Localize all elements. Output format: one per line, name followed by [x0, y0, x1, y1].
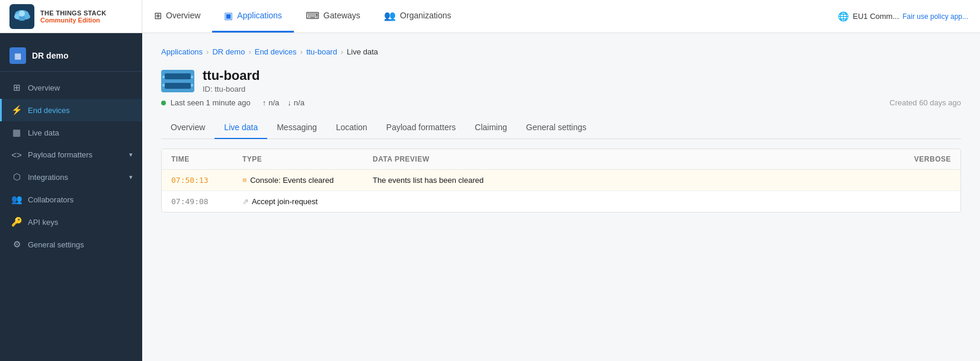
main-content: Applications › DR demo › End devices › t… [142, 33, 980, 361]
sidebar-item-payload-formatters[interactable]: <> Payload formatters ▾ [0, 144, 142, 166]
tab-location[interactable]: Location [326, 117, 377, 139]
svg-rect-10 [162, 84, 165, 86]
sidebar: ▦ DR demo ⊞ Overview ⚡ End devices ▦ Liv… [0, 33, 142, 361]
col-type: Type [242, 155, 373, 163]
breadcrumb-ttu-board[interactable]: ttu-board [306, 47, 337, 56]
sidebar-item-live-data[interactable]: ▦ Live data [0, 121, 142, 144]
device-chip-icon [161, 70, 194, 92]
payload-expand-icon: ▾ [129, 151, 133, 159]
policy-link[interactable]: Fair use policy app... [902, 12, 968, 21]
ttn-logo-icon [9, 4, 34, 29]
nav-overview[interactable]: ⊞ Overview [142, 0, 212, 33]
col-verbose: Verbose [914, 155, 951, 163]
integrations-expand-icon: ▾ [129, 173, 133, 181]
downlink-stat: ↓ n/a [287, 98, 305, 107]
svg-rect-6 [161, 70, 194, 92]
warn-icon: ≡ [242, 176, 247, 185]
link-icon: ⇗ [242, 197, 249, 206]
device-meta: Last seen 1 minute ago ↑ n/a ↓ n/a Creat… [161, 98, 961, 107]
breadcrumb-sep-2: › [248, 47, 251, 56]
collaborators-icon: 👥 [11, 194, 22, 205]
breadcrumb-sep-4: › [341, 47, 343, 56]
sidebar-item-collaborators-label: Collaborators [28, 195, 73, 204]
online-dot [161, 101, 166, 105]
brand-name: THE THINGS STACK [40, 9, 107, 17]
breadcrumb-sep-3: › [300, 47, 303, 56]
sidebar-item-payload-label: Payload formatters [28, 150, 92, 159]
tab-payload-formatters[interactable]: Payload formatters [377, 117, 466, 139]
app-icon: ▦ [9, 47, 26, 64]
sidebar-app-header: ▦ DR demo [0, 40, 142, 72]
row1-time: 07:50:13 [171, 176, 242, 185]
tab-general-settings[interactable]: General settings [517, 117, 596, 139]
breadcrumb-dr-demo[interactable]: DR demo [212, 47, 245, 56]
globe-icon: 🌐 [838, 11, 849, 22]
updown-stats: ↑ n/a ↓ n/a [262, 98, 305, 107]
nav-applications[interactable]: ▣ Applications [212, 0, 294, 33]
last-seen-text: Last seen 1 minute ago [171, 98, 251, 107]
logo-area: THE THINGS STACK Community Edition [0, 0, 142, 33]
svg-rect-4 [19, 16, 25, 21]
table-row: 07:49:08 ⇗ Accept join-request [162, 191, 960, 212]
breadcrumb-current: Live data [347, 47, 378, 56]
organizations-icon: 👥 [384, 10, 396, 21]
tab-claiming[interactable]: Claiming [465, 117, 516, 139]
app-name: DR demo [32, 51, 68, 60]
nav-right: 🌐 EU1 Comm... Fair use policy app... [826, 0, 980, 33]
nav-gateways[interactable]: ⌨ Gateways [294, 0, 372, 33]
general-settings-sidebar-icon: ⚙ [11, 239, 22, 250]
svg-point-5 [19, 11, 25, 17]
region-label: EU1 Comm... [853, 12, 899, 21]
row1-data-preview: The events list has been cleared [373, 176, 951, 185]
nav-gateways-label: Gateways [324, 11, 360, 20]
tab-messaging[interactable]: Messaging [267, 117, 326, 139]
tab-overview[interactable]: Overview [161, 117, 214, 139]
sidebar-item-general-settings-label: General settings [28, 240, 84, 249]
col-data-preview: Data preview [373, 155, 914, 163]
uplink-stat: ↑ n/a [262, 98, 280, 107]
uplink-arrow: ↑ [262, 98, 267, 107]
svg-rect-11 [191, 76, 193, 78]
breadcrumb-end-devices[interactable]: End devices [255, 47, 297, 56]
edition-name: Community Edition [40, 17, 107, 24]
sidebar-item-api-keys[interactable]: 🔑 API keys [0, 211, 142, 233]
row1-type: ≡ Console: Events cleared [242, 176, 373, 185]
nav-organizations[interactable]: 👥 Organizations [372, 0, 463, 33]
live-data-sidebar-icon: ▦ [11, 127, 22, 138]
sidebar-item-collaborators[interactable]: 👥 Collaborators [0, 188, 142, 211]
sidebar-item-integrations[interactable]: ⬡ Integrations ▾ [0, 166, 142, 188]
row2-type: ⇗ Accept join-request [242, 197, 373, 206]
sidebar-item-general-settings[interactable]: ⚙ General settings [0, 233, 142, 256]
live-data-table: Time Type Data preview Verbose 07:50:13 … [161, 149, 961, 212]
sidebar-item-overview[interactable]: ⊞ Overview [0, 76, 142, 99]
device-name: ttu-board [203, 68, 260, 83]
integrations-icon: ⬡ [11, 172, 22, 182]
tab-live-data[interactable]: Live data [214, 117, 267, 139]
end-devices-icon: ⚡ [11, 105, 22, 115]
applications-icon: ▣ [224, 10, 233, 21]
table-header: Time Type Data preview Verbose [162, 149, 960, 170]
sidebar-item-api-keys-label: API keys [28, 218, 58, 227]
nav-items: ⊞ Overview ▣ Applications ⌨ Gateways 👥 O… [142, 0, 826, 33]
nav-applications-label: Applications [237, 11, 282, 20]
downlink-arrow: ↓ [287, 98, 292, 107]
uplink-value: n/a [268, 98, 279, 107]
row2-time: 07:49:08 [171, 197, 242, 206]
logo-text: THE THINGS STACK Community Edition [40, 9, 107, 24]
breadcrumb: Applications › DR demo › End devices › t… [161, 47, 961, 56]
layout: ▦ DR demo ⊞ Overview ⚡ End devices ▦ Liv… [0, 33, 980, 361]
overview-icon: ⊞ [154, 10, 162, 21]
tabs: Overview Live data Messaging Location Pa… [161, 117, 961, 139]
overview-sidebar-icon: ⊞ [11, 82, 22, 93]
downlink-value: n/a [294, 98, 305, 107]
sidebar-item-integrations-label: Integrations [28, 173, 68, 182]
svg-rect-12 [191, 84, 193, 86]
table-row: 07:50:13 ≡ Console: Events cleared The e… [162, 170, 960, 191]
device-header: ttu-board ID: ttu-board [161, 68, 961, 94]
breadcrumb-applications[interactable]: Applications [161, 47, 203, 56]
created-info: Created 60 days ago [889, 98, 961, 107]
gateways-icon: ⌨ [306, 10, 319, 21]
payload-icon: <> [11, 150, 22, 160]
col-time: Time [171, 155, 242, 163]
sidebar-item-end-devices[interactable]: ⚡ End devices [0, 99, 142, 121]
